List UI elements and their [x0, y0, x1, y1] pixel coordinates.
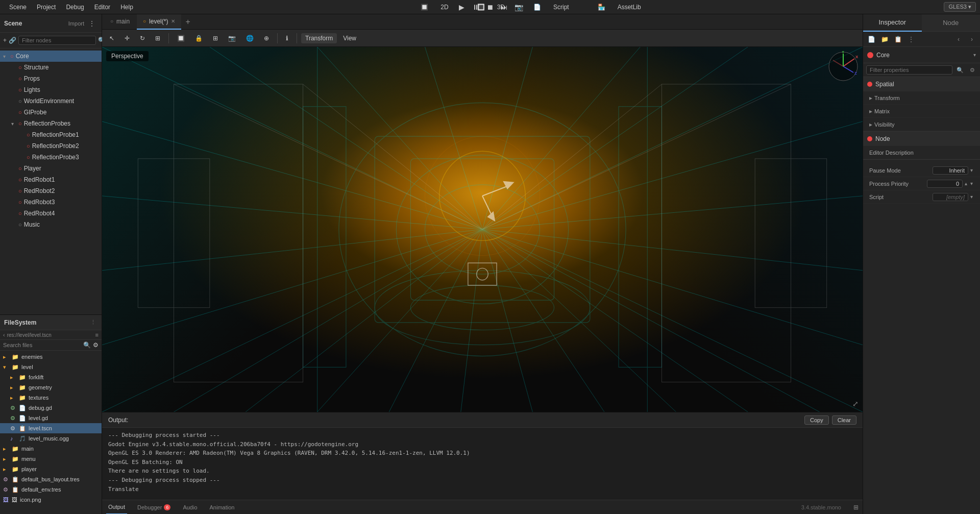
fs-item-default-bus-layout-tres[interactable]: ⚙ 📋 default_bus_layout.tres [0, 474, 102, 484]
visibility-icon[interactable]: 👁 [94, 87, 100, 93]
tree-item-lights[interactable]: ○ Lights 👁 [0, 84, 102, 95]
menu-help[interactable]: Help [115, 0, 138, 14]
select-mode-btn[interactable]: ↖ [105, 33, 118, 43]
tree-item-worldenvironment[interactable]: ○ WorldEnvironment 👁 [0, 95, 102, 107]
visibility-icon[interactable]: 👁 [94, 143, 100, 149]
matrix-expand[interactable]: ▸ [869, 108, 872, 115]
filter-search-icon[interactable]: 🔍 [954, 66, 966, 75]
fs-item-main[interactable]: ▸ 📁 main [0, 444, 102, 454]
pause-mode-dropdown[interactable]: ▾ [969, 167, 974, 173]
fs-item-level-gd[interactable]: ⚙ 📄 level.gd [0, 413, 102, 423]
env-btn[interactable]: 🌐 [242, 33, 258, 43]
insp-folder-btn[interactable]: 📁 [878, 33, 891, 45]
fs-item-player[interactable]: ▸ 📁 player [0, 464, 102, 474]
copy-btn[interactable]: Copy [804, 415, 829, 425]
insp-forward-btn[interactable]: › [966, 33, 978, 45]
pause-mode-value[interactable]: Inherit [933, 166, 968, 175]
output-tab-debugger[interactable]: Debugger6 [135, 500, 173, 515]
insp-history-btn[interactable]: 📋 [892, 33, 904, 45]
visibility-icon[interactable]: 👁 [94, 99, 100, 104]
inspector-tab[interactable]: Inspector [863, 14, 922, 32]
fs-item-icon-png[interactable]: 🖼 🖼 icon.png [0, 495, 102, 505]
btn-3d[interactable]: 🔳 3D [468, 2, 514, 12]
menu-debug[interactable]: Debug [61, 0, 89, 14]
visibility-icon[interactable]: 👁 [94, 222, 100, 228]
filter-properties-input[interactable] [866, 65, 952, 75]
link-btn[interactable]: 🔗 [9, 35, 16, 46]
node-section-header[interactable]: Node [863, 132, 980, 146]
tree-item-reflectionprobe2[interactable]: ○ ReflectionProbe2 👁 [0, 140, 102, 152]
gles-badge[interactable]: GLES3 ▾ [944, 2, 976, 12]
process-priority-value[interactable]: 0 [927, 180, 963, 188]
visibility-expand[interactable]: ▸ [869, 121, 872, 128]
fs-item-menu[interactable]: ▸ 📁 menu [0, 454, 102, 464]
visibility-icon[interactable]: 👁 [94, 121, 100, 127]
fs-search-icon[interactable]: 🔍 [83, 341, 91, 349]
fs-item-level[interactable]: ▾ 📁 level [0, 362, 102, 372]
tree-item-reflectionprobes[interactable]: ▾ ○ ReflectionProbes 👁 [0, 118, 102, 129]
visibility-icon[interactable]: 👁 [94, 110, 100, 115]
insp-file-btn[interactable]: 📄 [865, 33, 877, 45]
tree-item-structure[interactable]: ○ Structure 👁 [0, 62, 102, 73]
camera-btn[interactable]: 📷 [224, 33, 240, 43]
tree-item-reflectionprobe3[interactable]: ○ ReflectionProbe3 👁 [0, 152, 102, 163]
clear-btn[interactable]: Clear [832, 415, 856, 425]
breadcrumb-back[interactable]: ‹ [3, 332, 5, 338]
visibility-icon[interactable]: 👁 [94, 200, 100, 205]
snap-btn[interactable]: 🔒 [191, 33, 207, 43]
visibility-icon[interactable]: 👁 [94, 132, 100, 138]
fs-item-level-music-ogg[interactable]: ♪ 🎵 level_music.ogg [0, 433, 102, 444]
scale-btn[interactable]: ⊞ [151, 33, 164, 43]
menu-scene[interactable]: Scene [4, 0, 32, 14]
btn-2d[interactable]: 🔲 2D [411, 2, 457, 12]
view-btn[interactable]: View [339, 33, 360, 43]
output-tab-animation[interactable]: Animation [208, 500, 237, 515]
btn-script[interactable]: 📄 Script [524, 2, 578, 12]
tree-item-player[interactable]: ○ Player 👁 [0, 163, 102, 174]
fs-item-enemies[interactable]: ▸ 📁 enemies [0, 352, 102, 362]
gizmo-btn[interactable]: ⊕ [260, 33, 273, 43]
tab-close-btn[interactable]: ✕ [171, 18, 175, 24]
priority-up[interactable]: ▴ [964, 181, 968, 186]
filter-nodes-input[interactable] [18, 36, 96, 45]
fs-menu-btn[interactable]: ⋮ [89, 319, 97, 326]
local-mode-btn[interactable]: 🔲 [173, 33, 189, 43]
tree-item-music[interactable]: ○ Music 👁 [0, 219, 102, 230]
tree-item-redrobot1[interactable]: ○ RedRobot1 👁 [0, 174, 102, 185]
fs-filter-btn[interactable]: ⚙ [93, 341, 99, 349]
fs-item-forklift[interactable]: ▸ 📁 forklift [0, 372, 102, 382]
visibility-icon[interactable]: 👁 [94, 188, 100, 194]
node-dropdown-arrow[interactable]: ▾ [973, 52, 976, 58]
btn-assetlib[interactable]: 🏪 AssetLib [589, 2, 650, 12]
output-tab-audio[interactable]: Audio [181, 500, 199, 515]
node-tab[interactable]: Node [922, 14, 981, 32]
rotate-btn[interactable]: ↻ [136, 33, 149, 43]
menu-editor[interactable]: Editor [89, 0, 115, 14]
tree-item-reflectionprobe1[interactable]: ○ ReflectionProbe1 👁 [0, 129, 102, 140]
add-node-btn[interactable]: + [3, 35, 7, 46]
priority-down[interactable]: ▾ [969, 181, 974, 186]
breadcrumb-list[interactable]: ≡ [95, 332, 99, 338]
fs-item-level-tscn[interactable]: ⚙ 📋 level.tscn [0, 423, 102, 433]
tab-level---[interactable]: ○ level(*) ✕ [137, 14, 181, 30]
script-value[interactable]: [empty] [933, 193, 968, 201]
script-dropdown[interactable]: ▾ [969, 194, 974, 200]
filter-options-btn[interactable]: ⚙ [968, 66, 977, 75]
fs-item-geometry[interactable]: ▸ 📁 geometry [0, 382, 102, 393]
fs-item-debug-gd[interactable]: ⚙ 📄 debug.gd [0, 403, 102, 413]
tab-main[interactable]: ○ main [104, 14, 136, 30]
fs-item-default-env-tres[interactable]: ⚙ 📋 default_env.tres [0, 484, 102, 495]
move-btn[interactable]: ✛ [120, 33, 134, 43]
scene-menu-btn[interactable]: ⋮ [86, 18, 97, 29]
tree-item-props[interactable]: ○ Props 👁 [0, 73, 102, 84]
visibility-icon[interactable]: 👁 [94, 65, 100, 70]
visibility-icon[interactable]: 👁 [94, 76, 100, 82]
tree-item-core[interactable]: ▾ ○ Core 👁 [0, 51, 102, 62]
visibility-icon[interactable]: 👁 [94, 177, 100, 183]
fs-item-textures[interactable]: ▸ 📁 textures [0, 393, 102, 403]
tree-item-redrobot2[interactable]: ○ RedRobot2 👁 [0, 185, 102, 197]
tree-item-redrobot3[interactable]: ○ RedRobot3 👁 [0, 197, 102, 208]
transform-btn[interactable]: Transform [301, 33, 337, 43]
menu-project[interactable]: Project [32, 0, 61, 14]
info-btn[interactable]: ℹ [282, 33, 292, 43]
